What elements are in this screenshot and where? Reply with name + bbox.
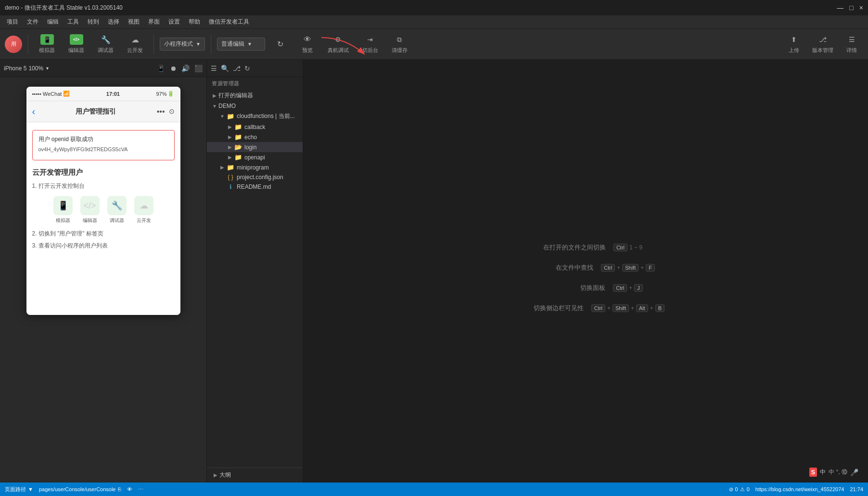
refresh-tree-icon[interactable]: ↻ bbox=[244, 65, 250, 72]
editor-area: 在打开的文件之间切换 Ctrl 1 ~ 9 在文件中查找 Ctrl + Shif… bbox=[303, 60, 868, 496]
menu-item-view[interactable]: 视图 bbox=[124, 16, 143, 28]
step-sim-item: 📱 模拟器 bbox=[53, 196, 73, 224]
mode-select[interactable]: 小程序模式 ▼ bbox=[160, 38, 205, 51]
details-button[interactable]: ☰ 详情 bbox=[840, 32, 863, 56]
step2-text: 2. 切换到 "用户管理" 标签页 bbox=[32, 230, 175, 238]
cloudfunctions-icon: 📁 bbox=[226, 113, 235, 120]
device-zoom: 100% bbox=[28, 65, 43, 72]
menu-item-file[interactable]: 文件 bbox=[23, 16, 42, 28]
debugger-icon: 🔧 bbox=[99, 34, 113, 45]
demo-section[interactable]: ▼ DEMO bbox=[207, 101, 303, 111]
copy-icon[interactable]: ⎘ bbox=[118, 486, 121, 492]
cloud-button[interactable]: ☁ 云开发 bbox=[122, 32, 148, 56]
url-item[interactable]: https://blog.csdn.net/weixn_45522074 bbox=[755, 486, 844, 492]
url-text: https://blog.csdn.net/weixn_45522074 bbox=[755, 486, 844, 492]
error-count: 0 bbox=[735, 486, 738, 492]
simulator-icon: 📱 bbox=[40, 34, 54, 45]
list-icon[interactable]: ☰ bbox=[211, 65, 217, 72]
cloudfunctions-arrow: ▼ bbox=[218, 114, 226, 119]
refresh-button[interactable]: ↻ bbox=[269, 37, 292, 52]
outline-panel-header[interactable]: ▶ 大纲 bbox=[207, 468, 303, 482]
outline-label: 大纲 bbox=[219, 471, 231, 479]
compile-chevron: ▼ bbox=[247, 41, 252, 47]
explorer-header: 资源管理器 bbox=[207, 77, 303, 90]
back-button[interactable]: ‹ bbox=[32, 106, 36, 117]
real-debug-label: 真机调试 bbox=[328, 47, 349, 54]
shortcut3-key-j: J bbox=[634, 284, 643, 292]
project-config-file[interactable]: ▶ { } project.config.json bbox=[207, 172, 303, 182]
close-button[interactable]: × bbox=[859, 4, 863, 12]
shortcut3-desc: 切换面板 bbox=[528, 284, 605, 292]
time-item: 21:74 bbox=[850, 486, 863, 492]
echo-folder[interactable]: ▶ 📁 echo bbox=[207, 132, 303, 142]
record-nav-icon[interactable]: ⊙ bbox=[169, 107, 175, 116]
menu-item-edit[interactable]: 编辑 bbox=[43, 16, 63, 28]
shortcut3-keys: Ctrl + J bbox=[613, 284, 643, 292]
upload-button[interactable]: ⬆ 上传 bbox=[782, 32, 805, 56]
search-icon[interactable]: 🔍 bbox=[221, 65, 229, 72]
avatar[interactable]: 用 bbox=[5, 36, 22, 53]
menu-item-project[interactable]: 项目 bbox=[3, 16, 22, 28]
more-dots[interactable]: ⋯ bbox=[138, 486, 143, 493]
real-debug-icon: ⚙ bbox=[332, 34, 345, 45]
menu-item-wechat-tools[interactable]: 微信开发者工具 bbox=[205, 16, 253, 28]
device-selector[interactable]: iPhone 5 100% ▼ bbox=[4, 65, 50, 72]
warning-count: 0 bbox=[747, 486, 750, 492]
editor-button[interactable]: </> 编辑器 bbox=[64, 32, 89, 56]
shortcut1-keys: Ctrl 1 ~ 9 bbox=[613, 244, 642, 251]
menu-item-tools[interactable]: 工具 bbox=[64, 16, 83, 28]
clear-cache-button[interactable]: ⧉ 清缓存 bbox=[387, 32, 412, 56]
phone-portrait-icon[interactable]: 📱 bbox=[157, 65, 165, 72]
shortcut4-desc: 切换侧边栏可见性 bbox=[507, 304, 584, 313]
window-controls[interactable]: — □ × bbox=[837, 4, 863, 12]
readme-file[interactable]: ▶ ℹ README.md bbox=[207, 182, 303, 192]
version-button[interactable]: ⎇ 版本管理 bbox=[807, 32, 838, 56]
view-icon-item: 👁 bbox=[127, 486, 132, 492]
step-cloud-icon: ☁ bbox=[134, 196, 153, 215]
mic-icon: 🎤 bbox=[850, 469, 858, 476]
miniprogram-folder[interactable]: ▶ 📁 miniprogram bbox=[207, 162, 303, 172]
screenshot-icon[interactable]: ⬛ bbox=[194, 65, 203, 72]
compile-select[interactable]: 普通编辑 ▼ bbox=[217, 38, 265, 51]
title-bar: demo - 微信开发者工具 Stable v1.03.2005140 — □ … bbox=[0, 0, 868, 15]
lang-indicator: 中 bbox=[820, 468, 826, 476]
source-control-icon[interactable]: ⎇ bbox=[233, 65, 241, 72]
echo-icon: 📁 bbox=[234, 133, 243, 141]
login-arrow: ▶ bbox=[226, 144, 234, 150]
record-icon[interactable]: ⏺ bbox=[170, 65, 177, 72]
device-chevron: ▼ bbox=[45, 66, 50, 71]
clear-cache-icon: ⧉ bbox=[393, 34, 406, 45]
menu-item-select[interactable]: 选择 bbox=[104, 16, 123, 28]
maximize-button[interactable]: □ bbox=[849, 4, 853, 12]
switch-backend-button[interactable]: ⇥ 切后台 bbox=[357, 32, 383, 56]
status-bar: 页面路径 ▼ pages/userConsole/userConsole ⎘ 👁… bbox=[0, 483, 868, 496]
login-folder[interactable]: ▶ 📂 login bbox=[207, 142, 303, 152]
menu-item-settings[interactable]: 设置 bbox=[165, 16, 184, 28]
eye-icon[interactable]: 👁 bbox=[127, 486, 132, 492]
menu-item-goto[interactable]: 转到 bbox=[84, 16, 103, 28]
preview-button[interactable]: 👁 预览 bbox=[296, 32, 319, 56]
openapi-folder[interactable]: ▶ 📁 openapi bbox=[207, 152, 303, 162]
callback-label: callback bbox=[244, 124, 265, 131]
shortcut2-keys: Ctrl + Shift + F bbox=[601, 264, 655, 272]
readme-label: README.md bbox=[237, 183, 271, 190]
openapi-label: openapi bbox=[244, 154, 265, 161]
editor-icon: </> bbox=[70, 34, 83, 45]
more-icon[interactable]: ••• bbox=[157, 107, 165, 116]
menu-item-help[interactable]: 帮助 bbox=[185, 16, 204, 28]
menu-item-interface[interactable]: 界面 bbox=[144, 16, 164, 28]
demo-label: DEMO bbox=[218, 103, 236, 109]
debugger-button[interactable]: 🔧 调试器 bbox=[93, 32, 118, 56]
volume-icon[interactable]: 🔊 bbox=[181, 65, 190, 72]
page-path-label: 页面路径 bbox=[5, 486, 26, 493]
callback-folder[interactable]: ▶ 📁 callback bbox=[207, 122, 303, 132]
real-debug-button[interactable]: ⚙ 真机调试 bbox=[323, 32, 354, 56]
cloudfunctions-folder[interactable]: ▼ 📁 cloudfunctions | 当前... bbox=[207, 111, 303, 122]
errors-item[interactable]: ⊘ 0 ⚠ 0 bbox=[729, 486, 750, 493]
minimize-button[interactable]: — bbox=[837, 4, 843, 12]
open-editors-section[interactable]: ▶ 打开的编辑器 bbox=[207, 90, 303, 101]
shortcut2-desc: 在文件中查找 bbox=[516, 263, 593, 272]
json-icon: { } bbox=[226, 174, 235, 181]
simulator-button[interactable]: 📱 模拟器 bbox=[34, 32, 60, 56]
carrier-signal: ••••• WeChat 📶 bbox=[32, 91, 70, 97]
